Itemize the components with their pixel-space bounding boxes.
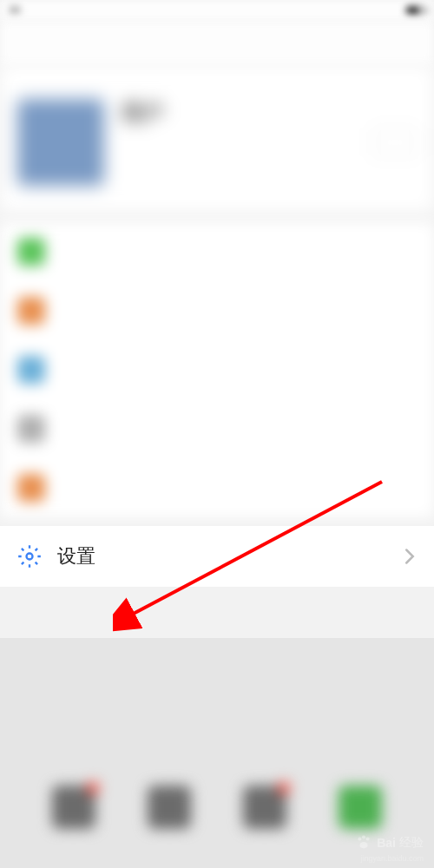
tab-bar: [0, 786, 434, 829]
list-icon: [17, 474, 45, 502]
status-right: [406, 6, 425, 15]
list-label: [61, 241, 92, 262]
svg-point-4: [366, 837, 370, 840]
list-label: [61, 418, 92, 439]
list-label: [61, 477, 92, 498]
chevron-right-icon: [403, 548, 417, 565]
gear-icon: [17, 544, 42, 569]
profile-name: 用户: [122, 99, 356, 127]
list-icon: [17, 415, 45, 443]
svg-point-0: [27, 554, 33, 560]
svg-point-2: [358, 837, 362, 840]
settings-label: 设置: [57, 543, 387, 569]
list-item[interactable]: [0, 281, 434, 340]
menu-list: [0, 222, 434, 517]
list-item[interactable]: [0, 222, 434, 281]
profile-text: 用户: [122, 99, 356, 135]
profile-section[interactable]: 用户: [0, 64, 434, 212]
watermark-brand-b: 经验: [399, 835, 424, 851]
badge-icon: [278, 782, 290, 794]
profile-action-button[interactable]: [373, 129, 417, 155]
list-icon: [17, 297, 45, 325]
watermark-brand-a: Bai: [377, 836, 396, 850]
status-time: 30: [9, 4, 20, 16]
status-bar: 30: [0, 0, 434, 21]
settings-row[interactable]: 设置: [0, 526, 434, 587]
list-item[interactable]: [0, 340, 434, 399]
watermark: Bai 经验: [354, 833, 424, 852]
battery-icon: [406, 6, 425, 15]
svg-point-5: [360, 842, 368, 848]
header-area: [0, 21, 434, 64]
list-icon: [17, 356, 45, 384]
list-item[interactable]: [0, 399, 434, 458]
list-icon: [17, 238, 45, 266]
watermark-url: jingyan.baidu.com: [360, 854, 424, 863]
avatar[interactable]: [17, 99, 104, 186]
badge-icon: [87, 782, 99, 794]
list-label: [61, 359, 108, 380]
tab-item-3[interactable]: [243, 786, 286, 829]
list-item[interactable]: [0, 458, 434, 517]
tab-item-1[interactable]: [52, 786, 95, 829]
paw-icon: [354, 833, 373, 852]
svg-point-3: [362, 836, 365, 839]
tab-item-2[interactable]: [148, 786, 191, 829]
list-label: [61, 300, 92, 321]
tab-item-4[interactable]: [339, 786, 382, 829]
